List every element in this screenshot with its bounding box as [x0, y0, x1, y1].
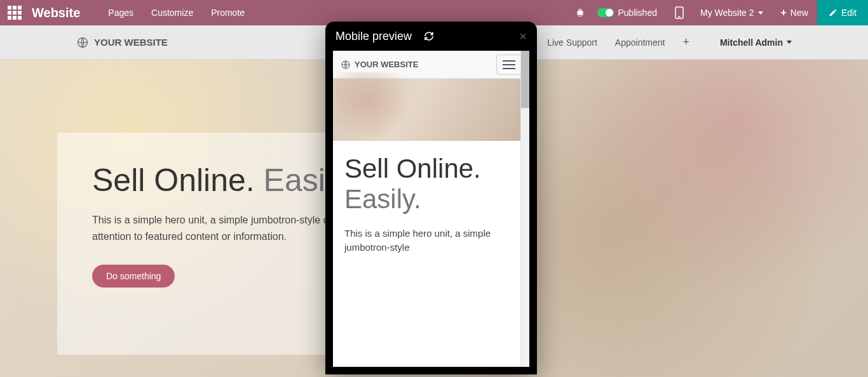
- published-label: Published: [618, 8, 657, 18]
- user-menu[interactable]: Mitchell Admin: [720, 37, 792, 48]
- edit-button[interactable]: Edit: [817, 0, 868, 25]
- caret-down-icon: [758, 11, 763, 15]
- phone-logo-text: YOUR WEBSITE: [355, 60, 418, 69]
- menu-pages[interactable]: Pages: [99, 8, 142, 18]
- new-button-label: New: [790, 8, 808, 18]
- nav-live-support[interactable]: Live Support: [547, 37, 597, 48]
- hamburger-icon[interactable]: [496, 55, 522, 75]
- phone-h1-bold: Sell Online.: [344, 154, 481, 183]
- add-page-icon[interactable]: +: [682, 36, 689, 49]
- phone-hero-title: Sell Online. Easily.: [344, 154, 518, 215]
- published-toggle[interactable]: [597, 8, 614, 17]
- phone-h1-light: Easily.: [344, 184, 518, 215]
- website-selector-label: My Website 2: [700, 8, 754, 18]
- phone-content: Sell Online. Easily. This is a simple he…: [333, 141, 529, 268]
- hero-cta-button[interactable]: Do something: [92, 265, 175, 288]
- svg-point-0: [578, 10, 583, 15]
- pencil-icon: [829, 8, 837, 17]
- modal-body: YOUR WEBSITE Sell Online. Easily. This i…: [325, 51, 537, 374]
- close-icon[interactable]: ×: [519, 29, 527, 44]
- apps-icon[interactable]: [5, 3, 24, 22]
- phone-logo[interactable]: YOUR WEBSITE: [341, 60, 418, 70]
- mobile-preview-icon[interactable]: [675, 6, 684, 19]
- site-logo-text: YOUR WEBSITE: [94, 37, 168, 48]
- nav-appointment[interactable]: Appointment: [615, 37, 665, 48]
- user-name: Mitchell Admin: [720, 37, 783, 48]
- menu-promote[interactable]: Promote: [202, 8, 254, 18]
- phone-hero-desc: This is a simple hero unit, a simple jum…: [344, 227, 518, 255]
- site-logo[interactable]: YOUR WEBSITE: [76, 36, 168, 49]
- modal-header: Mobile preview ×: [325, 22, 537, 51]
- edit-button-label: Edit: [841, 8, 857, 18]
- hero-title-bold: Sell Online.: [92, 162, 255, 198]
- mobile-preview-modal: Mobile preview × YOUR WEBSITE Sell On: [325, 22, 537, 374]
- modal-title: Mobile preview: [336, 30, 412, 43]
- globe-icon: [341, 60, 351, 70]
- app-brand[interactable]: Website: [32, 6, 80, 20]
- menu-customize[interactable]: Customize: [142, 8, 202, 18]
- plus-icon: +: [781, 7, 787, 18]
- phone-hero-image: [333, 79, 529, 141]
- phone-scrollbar-thumb[interactable]: [520, 51, 529, 108]
- phone-screen: YOUR WEBSITE Sell Online. Easily. This i…: [333, 51, 529, 367]
- refresh-icon[interactable]: [423, 30, 435, 42]
- new-button[interactable]: + New: [772, 0, 817, 25]
- phone-scrollbar-track[interactable]: [520, 108, 529, 367]
- website-selector[interactable]: My Website 2: [700, 8, 763, 18]
- globe-icon: [76, 36, 89, 49]
- bug-icon[interactable]: [574, 7, 586, 18]
- caret-down-icon: [787, 41, 792, 44]
